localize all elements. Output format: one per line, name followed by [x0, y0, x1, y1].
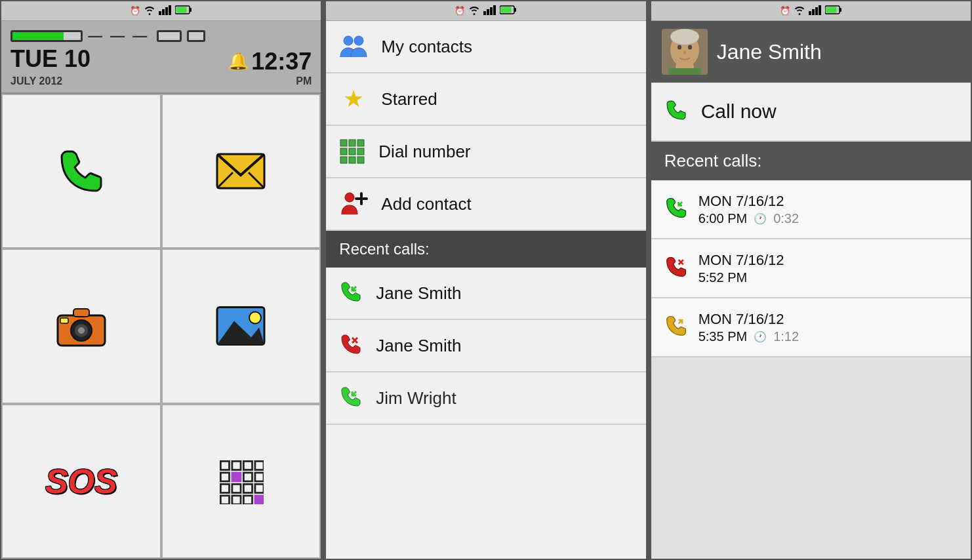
- detail-status-icons: ⏰: [780, 5, 842, 17]
- svg-rect-45: [349, 140, 355, 146]
- svg-point-53: [345, 193, 354, 202]
- home-time-value: 12:37: [251, 48, 312, 75]
- home-header: — — — TUE 10 🔔 12:37 JULY 2012 PM: [1, 21, 321, 94]
- svg-rect-27: [221, 484, 230, 492]
- messages-button[interactable]: [161, 94, 321, 249]
- svg-rect-20: [232, 461, 241, 470]
- alarm-icon: ⏰: [130, 6, 140, 16]
- add-contact-item[interactable]: Add contact: [326, 178, 645, 231]
- detail-call-time-2: 5:52 PM: [699, 270, 747, 285]
- detail-call-info-3: MON 7/16/12 5:35 PM 🕐 1:12: [699, 311, 958, 344]
- svg-rect-2: [165, 7, 168, 15]
- phone-button[interactable]: [1, 94, 161, 249]
- svg-rect-38: [493, 5, 496, 15]
- svg-rect-28: [232, 484, 241, 492]
- add-contact-label: Add contact: [381, 194, 471, 214]
- recent-call-jane-received[interactable]: Jane Smith: [326, 268, 645, 320]
- home-sub-row: JULY 2012 PM: [10, 75, 312, 87]
- camera-button[interactable]: [1, 249, 161, 404]
- detail-call-2[interactable]: MON 7/16/12 5:52 PM: [651, 239, 971, 298]
- svg-rect-36: [487, 9, 489, 15]
- detail-call-date-3: MON 7/16/12: [699, 311, 958, 328]
- star-icon: ★: [339, 85, 368, 113]
- phone-icon: [55, 145, 108, 197]
- svg-rect-47: [340, 148, 347, 155]
- contacts-status-icons: ⏰: [455, 5, 517, 17]
- signal-icon3: [809, 5, 822, 17]
- svg-rect-6: [176, 7, 187, 13]
- apps-button[interactable]: [161, 404, 321, 559]
- phone-missed-icon: [339, 332, 363, 359]
- svg-rect-19: [221, 461, 230, 470]
- svg-rect-50: [340, 157, 347, 163]
- svg-rect-3: [169, 5, 171, 15]
- detail-call-3[interactable]: MON 7/16/12 5:35 PM 🕐 1:12: [651, 298, 971, 357]
- battery-icon3: [825, 5, 842, 16]
- recent-calls-header: Recent calls:: [326, 231, 645, 268]
- contacts-panel: ⏰ My contacts ★ Starred: [325, 0, 647, 560]
- signal-dashes: — — —: [88, 28, 149, 45]
- recent-call-jane-missed[interactable]: Jane Smith: [326, 320, 645, 372]
- detail-recent-calls-header: Recent calls:: [651, 142, 971, 180]
- detail-call-time-dur-1: 6:00 PM 🕐 0:32: [699, 211, 958, 226]
- svg-rect-32: [232, 496, 241, 504]
- dial-number-item[interactable]: Dial number: [326, 126, 645, 178]
- svg-rect-74: [668, 68, 701, 75]
- svg-point-69: [670, 29, 699, 45]
- contact-header: Jane Smith: [651, 21, 971, 83]
- apps-icon: [218, 458, 264, 504]
- bell-icon: 🔔: [228, 51, 249, 71]
- battery-icon2: [500, 5, 517, 16]
- svg-rect-22: [255, 461, 264, 470]
- alarm-icon3: ⏰: [780, 6, 790, 16]
- svg-rect-25: [244, 473, 253, 481]
- phone-received-icon-jim: [339, 385, 363, 411]
- detail-call-info-1: MON 7/16/12 6:00 PM 🕐 0:32: [699, 193, 958, 226]
- svg-rect-62: [815, 7, 818, 15]
- svg-rect-21: [244, 461, 253, 470]
- recent-call-name-3: Jim Wright: [376, 388, 456, 409]
- signal-icon2: [483, 5, 496, 17]
- alarm-icon2: ⏰: [455, 6, 465, 16]
- signal-icon: [159, 5, 172, 17]
- gallery-button[interactable]: [161, 249, 321, 404]
- messages-icon: [214, 151, 267, 191]
- svg-point-18: [249, 312, 261, 324]
- svg-rect-49: [357, 148, 364, 155]
- dial-number-label: Dial number: [378, 142, 470, 162]
- svg-point-71: [688, 45, 692, 50]
- clock-icon-1: 🕐: [754, 212, 767, 225]
- svg-rect-63: [819, 5, 821, 15]
- my-contacts-item[interactable]: My contacts: [326, 21, 645, 73]
- wifi-icon2: [468, 5, 480, 17]
- call-now-button[interactable]: Call now: [651, 83, 971, 142]
- contacts-status-bar: ⏰: [326, 1, 645, 21]
- add-contact-icon: [339, 191, 368, 217]
- svg-rect-29: [244, 484, 253, 492]
- home-time: 🔔 12:37: [228, 48, 312, 75]
- home-date: TUE 10: [10, 47, 91, 71]
- home-month: JULY 2012: [10, 75, 62, 87]
- battery-row: — — —: [10, 28, 312, 45]
- detail-call-duration-3: 1:12: [773, 329, 799, 344]
- svg-rect-31: [221, 496, 230, 504]
- svg-rect-15: [60, 318, 68, 323]
- battery-icon: [175, 5, 192, 16]
- sos-label: SOS: [45, 462, 117, 501]
- battery-empty: [157, 30, 182, 42]
- call-now-label: Call now: [701, 100, 777, 123]
- svg-rect-23: [221, 473, 230, 481]
- svg-rect-14: [73, 309, 89, 317]
- dial-icon: [339, 138, 365, 165]
- starred-item[interactable]: ★ Starred: [326, 73, 645, 126]
- detail-call-1[interactable]: MON 7/16/12 6:00 PM 🕐 0:32: [651, 180, 971, 239]
- wifi-icon: [144, 5, 155, 17]
- battery-empty2: [187, 30, 205, 42]
- recent-call-jim[interactable]: Jim Wright: [326, 372, 645, 425]
- wifi-icon3: [794, 5, 805, 17]
- contacts-icon: [339, 33, 368, 60]
- phone-received-icon: [339, 280, 363, 306]
- call-missed-icon-2: [664, 255, 688, 281]
- svg-rect-61: [812, 9, 815, 15]
- sos-button[interactable]: SOS: [1, 404, 161, 559]
